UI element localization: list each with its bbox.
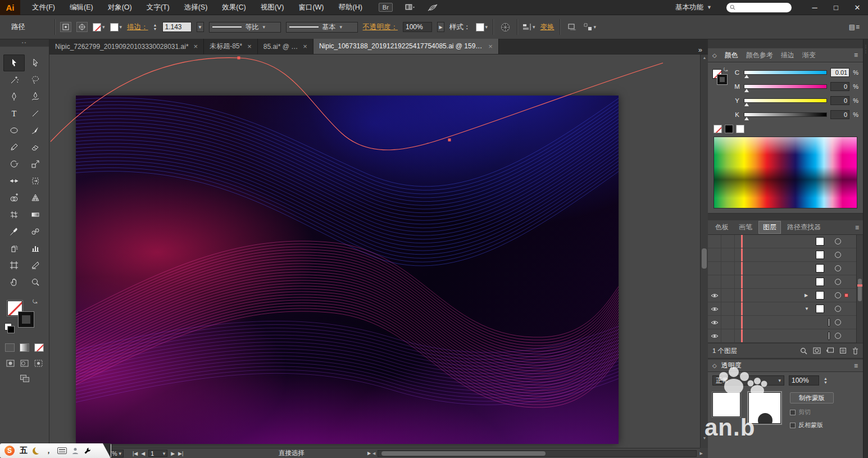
magic-wand-tool[interactable] — [3, 71, 25, 88]
opacity-link[interactable]: 不透明度： — [363, 22, 398, 32]
slider-handle[interactable] — [744, 117, 749, 120]
eraser-tool[interactable] — [25, 139, 46, 156]
lock-column[interactable] — [721, 302, 735, 315]
punctuation-icon[interactable]: ， — [45, 446, 52, 456]
value-field-m[interactable]: 0 — [830, 82, 849, 91]
toolbar-grab-handle[interactable]: •• — [0, 39, 49, 47]
change-screen-mode-icon[interactable] — [20, 375, 29, 382]
color-spectrum[interactable] — [714, 137, 857, 208]
opacity-stepper[interactable]: ▲▼ — [824, 377, 828, 384]
panel-menu-icon[interactable]: ≡ — [855, 224, 860, 232]
slider-handle[interactable] — [744, 89, 749, 92]
layer-thumbnail[interactable] — [816, 251, 824, 259]
menu-item-9[interactable]: 帮助(H) — [331, 0, 370, 15]
value-field-c[interactable]: 0.01 — [830, 68, 849, 77]
object-thumbnail[interactable] — [712, 392, 740, 417]
target-circle-icon[interactable] — [835, 238, 841, 244]
lock-column[interactable] — [721, 316, 735, 329]
visibility-eye-icon[interactable] — [711, 293, 719, 298]
column-graph-tool[interactable] — [25, 240, 46, 257]
pencil-tool[interactable] — [3, 139, 25, 156]
opacity-dropdown-icon[interactable]: ▶ — [437, 22, 444, 32]
menu-item-5[interactable]: 选择(S) — [177, 0, 215, 15]
lock-column[interactable] — [721, 262, 735, 275]
layer-thumbnail[interactable] — [828, 332, 830, 340]
stroke-weight-dropdown-icon[interactable]: ▼ — [197, 22, 204, 32]
selection-tool[interactable] — [3, 55, 25, 71]
layer-thumbnail[interactable] — [828, 318, 830, 327]
vertical-scrollbar[interactable]: ▲ ▼ — [700, 55, 708, 448]
pen-tool[interactable] — [3, 88, 25, 105]
search-input[interactable] — [726, 3, 792, 12]
lock-column[interactable] — [721, 248, 735, 261]
layer-row-6[interactable]: ▼ — [708, 302, 863, 316]
stroke-color-dropdown[interactable]: ▾ — [110, 23, 122, 31]
expand-down-icon[interactable]: ▼ — [805, 306, 809, 311]
layer-thumbnail[interactable] — [816, 278, 824, 286]
shape-builder-tool[interactable] — [3, 189, 25, 206]
scale-tool[interactable] — [25, 156, 46, 173]
menu-item-6[interactable]: 效果(C) — [215, 0, 253, 15]
layer-row-1[interactable] — [708, 235, 863, 248]
color-mode-icon[interactable] — [5, 343, 15, 352]
align-dropdown[interactable]: ▾ — [522, 23, 535, 31]
layer-row-4[interactable] — [708, 275, 863, 289]
symbol-sprayer-tool[interactable] — [3, 240, 25, 257]
menu-item-4[interactable]: 文字(T) — [139, 0, 177, 15]
visibility-toggle[interactable] — [708, 235, 721, 248]
wrench-icon[interactable] — [84, 447, 91, 455]
panel-menu-icon[interactable]: ≡ — [854, 51, 858, 59]
bridge-button[interactable]: Br — [379, 3, 393, 12]
panel-tab-inactive[interactable]: 路径查找器 — [783, 221, 825, 233]
transform-link[interactable]: 变换 — [540, 22, 555, 32]
mask-thumbnail[interactable] — [748, 392, 781, 424]
layer-thumbnail[interactable] — [816, 291, 824, 300]
select-similar-dropdown[interactable]: ▾ — [584, 23, 597, 31]
panel-collapse-icon[interactable]: ◇ — [712, 362, 717, 369]
stroke-link[interactable]: 描边： — [127, 22, 148, 32]
panel-tab-inactive[interactable]: 色板 — [711, 221, 733, 233]
ellipse-tool[interactable] — [3, 122, 25, 139]
none-swatch[interactable] — [714, 125, 722, 133]
panel-tab-inactive[interactable]: 画笔 — [735, 221, 756, 233]
color-fill-stroke-proxy[interactable]: ⤿ — [712, 69, 729, 92]
document-tab-3[interactable]: 85.ai* @ …× — [258, 39, 313, 54]
paintbrush-tool[interactable] — [25, 122, 46, 139]
anchor-point[interactable] — [238, 57, 240, 60]
target-circle-icon[interactable] — [835, 306, 841, 312]
menu-item-1[interactable]: 文件(F) — [25, 0, 62, 15]
dock-edge-strip[interactable]: ⋮⋮ — [863, 39, 868, 458]
layer-row-8[interactable] — [708, 329, 863, 343]
rotate-tool[interactable] — [3, 156, 25, 173]
reference-point-icon[interactable] — [76, 22, 88, 32]
free-transform-tool[interactable] — [25, 173, 46, 189]
isolate-object-icon[interactable] — [565, 21, 579, 33]
slider-track-y[interactable] — [744, 98, 827, 103]
menu-item-7[interactable]: 视图(V) — [253, 0, 292, 15]
default-fill-stroke-icon[interactable] — [4, 323, 12, 330]
direct-selection-tool[interactable] — [25, 55, 46, 71]
scroll-up-icon[interactable]: ▲ — [701, 56, 708, 60]
tab-close-icon[interactable]: × — [194, 42, 198, 51]
clip-checkbox[interactable] — [790, 410, 796, 415]
menu-item-2[interactable]: 编辑(E) — [62, 0, 101, 15]
fill-color-dropdown[interactable]: ▾ — [93, 23, 105, 31]
perspective-grid-tool[interactable] — [25, 189, 46, 206]
zoom-tool[interactable] — [25, 274, 46, 291]
last-artboard-icon[interactable]: ▶| — [178, 451, 183, 456]
target-circle-icon[interactable] — [835, 319, 841, 325]
workspace-switcher[interactable]: 基本功能 ▼ — [675, 3, 712, 12]
recolor-artwork-icon[interactable] — [498, 21, 512, 33]
lock-column[interactable] — [721, 289, 735, 302]
artboard-tool[interactable] — [3, 257, 25, 274]
panel-menu-icon[interactable]: ≡ — [854, 362, 858, 370]
gradient-mode-icon[interactable] — [20, 343, 29, 352]
gpu-performance-icon[interactable] — [427, 3, 438, 12]
hand-tool[interactable] — [3, 274, 25, 291]
type-tool[interactable]: T — [3, 105, 25, 122]
restore-button[interactable]: □ — [825, 0, 847, 15]
swap-fill-stroke-icon[interactable]: ⤿ — [33, 298, 37, 305]
visibility-toggle[interactable] — [708, 302, 721, 315]
line-segment-tool[interactable] — [25, 105, 46, 122]
visibility-toggle[interactable] — [708, 262, 721, 275]
